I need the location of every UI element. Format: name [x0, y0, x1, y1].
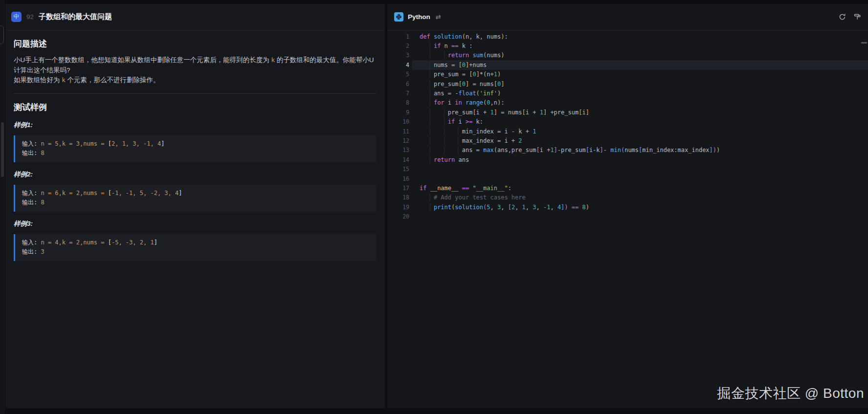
description-line: 小U手上有一个整数数组，他想知道如果从数组中删除任意一个元素后，能得到的长度为 … [14, 55, 376, 75]
code-token: if [420, 185, 426, 192]
code-line[interactable]: 5 pre_sum = [0]*(n+1) [387, 70, 868, 79]
section-divider [14, 93, 376, 94]
code-line-text: if __name__ == "__main__": [420, 185, 512, 192]
description-line: 如果数组恰好为 k 个元素，那么不进行删除操作。 [14, 75, 376, 86]
code-token: ] [600, 147, 603, 153]
code-line-text: pre_sum[i + 1] = nums[i + 1] +pre_sum[i] [420, 109, 589, 116]
indent-guide [430, 118, 430, 126]
code-token: -1 [543, 204, 550, 211]
code-line[interactable]: 18 # Add your test cases here [387, 193, 868, 202]
problem-panel: 中 92 子数组和的最大值问题 问题描述 小U手上有一个整数数组，他想知道如果从… [5, 4, 385, 408]
code-token: ] [501, 81, 504, 87]
code-line[interactable]: 19 print(solution(5, 3, [2, 1, 3, -1, 4]… [387, 202, 868, 212]
io-value: ] [178, 190, 182, 196]
indent-guide [430, 89, 430, 97]
reset-code-icon[interactable] [839, 13, 846, 21]
code-token: 2 [518, 137, 522, 144]
code-token: return [448, 52, 469, 59]
code-token: i [445, 99, 455, 106]
example-label: 样例2: [14, 170, 376, 179]
code-token: i [455, 118, 466, 125]
code-token: [ [536, 147, 539, 153]
code-line-text: return ans [420, 156, 469, 163]
indent-guide [430, 99, 430, 107]
code-token: pre_sum [420, 109, 472, 116]
line-number: 6 [387, 81, 409, 87]
example-output-line: 输出: 8 [22, 149, 369, 158]
code-token: 'inf' [480, 90, 497, 97]
code-line-text: if n == k : [420, 43, 472, 49]
indent-guide [458, 146, 458, 154]
code-line[interactable]: 3 return sum(nums) [387, 51, 868, 60]
description-heading: 问题描述 [14, 38, 376, 49]
problem-number: 92 [26, 13, 34, 21]
code-line[interactable]: 15 [387, 164, 868, 174]
code-token: solution [455, 204, 483, 211]
indent-guide [444, 137, 445, 145]
code-line-text: pre_sum[0] = nums[0] [420, 81, 504, 87]
code-line[interactable]: 14 return ans [387, 155, 868, 164]
line-number: 7 [387, 90, 409, 97]
io-value: [ [108, 140, 111, 147]
code-line-text [420, 166, 423, 173]
line-number: 5 [387, 71, 409, 78]
io-value: -5, -3, 2, 1 [111, 239, 154, 246]
rail-scrollbar-thumb[interactable] [1, 122, 4, 177]
code-token [420, 204, 434, 211]
examples-heading: 测试样例 [14, 102, 376, 113]
code-line-text [420, 175, 423, 182]
code-line-text: min_index = i - k + 1 [420, 128, 536, 135]
code-token: sum [472, 52, 483, 59]
switch-language-icon[interactable]: ⇄ [436, 13, 441, 21]
code-line[interactable]: 9 pre_sum[i + 1] = nums[i + 1] +pre_sum[… [387, 108, 868, 117]
code-line[interactable]: 11 min_index = i - k + 1 [387, 127, 868, 136]
examples-list: 样例1:输入: n = 5,k = 3,nums = [2, 1, 3, -1,… [14, 121, 376, 261]
difficulty-badge: 中 [11, 12, 22, 22]
code-editor[interactable]: 1def solution(n, k, nums):2 if n == k :3… [387, 30, 868, 221]
line-number: 11 [387, 128, 409, 135]
code-token: - [603, 147, 610, 153]
code-line[interactable]: 17if __name__ == "__main__": [387, 183, 868, 193]
io-label: 输入: [22, 140, 41, 147]
code-line[interactable]: 8 for i in range(0,n): [387, 98, 868, 108]
code-token: 0 [472, 71, 476, 78]
code-line[interactable]: 13 ans = max(ans,pre_sum[i +1]-pre_sum[i… [387, 146, 868, 155]
code-line[interactable]: 4 nums = [0]+nums [387, 60, 868, 69]
code-line[interactable]: 7 ans = -float('inf') [387, 88, 868, 98]
code-line[interactable]: 1def solution(n, k, nums): [387, 32, 868, 41]
code-token: 0 [487, 99, 490, 106]
code-token: pre_sum = [420, 71, 469, 78]
language-label: Python [408, 13, 430, 21]
panel-collapse-handle[interactable] [0, 25, 4, 44]
code-line[interactable]: 2 if n == k : [387, 41, 868, 50]
editor-header: Python ⇄ [387, 4, 868, 30]
problem-content: 问题描述 小U手上有一个整数数组，他想知道如果从数组中删除任意一个元素后，能得到… [5, 30, 385, 261]
code-line[interactable]: 20 [387, 212, 868, 221]
code-token: , [501, 204, 508, 211]
code-token: +pre_sum [547, 109, 579, 116]
example-block: 输入: n = 6,k = 2,nums = [-1, -1, 5, -2, 3… [14, 185, 376, 212]
code-line-text: def solution(n, k, nums): [420, 33, 508, 40]
indent-guide [430, 146, 430, 154]
code-line[interactable]: 10 if i >= k: [387, 117, 868, 127]
format-code-icon[interactable] [854, 13, 861, 21]
example-input-line: 输入: n = 5,k = 3,nums = [2, 1, 3, -1, 4] [22, 139, 369, 149]
line-number: 19 [387, 204, 409, 211]
code-token: ) [716, 147, 720, 153]
code-line[interactable]: 6 pre_sum[0] = nums[0] [387, 79, 868, 88]
code-token: 8 [582, 204, 586, 211]
scrollbar-mark[interactable] [861, 42, 867, 44]
code-token: [ [522, 109, 526, 116]
code-line[interactable]: 12 max_index = i + 2 [387, 136, 868, 145]
code-token: ( [476, 90, 480, 97]
code-line[interactable]: 16 [387, 174, 868, 183]
problem-header: 中 92 子数组和的最大值问题 [5, 4, 385, 30]
code-token: min [610, 147, 621, 153]
io-value: 8 [41, 199, 44, 206]
line-number: 15 [387, 166, 409, 173]
code-token: 0 [462, 81, 466, 87]
code-line-text: if i >= k: [420, 118, 483, 125]
code-token: i-k [589, 147, 600, 153]
code-token: * [480, 71, 483, 78]
code-token: "__main__" [472, 185, 508, 192]
